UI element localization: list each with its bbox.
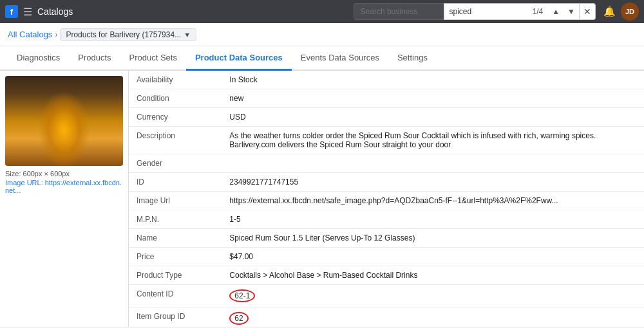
product-size: Size: 600px × 600px	[5, 170, 123, 178]
tab-events-data-sources[interactable]: Events Data Sources	[292, 46, 388, 71]
field-value: new	[222, 89, 644, 108]
product-image-url[interactable]: Image URL: https://external.xx.fbcdn.net…	[5, 179, 123, 194]
field-label: Description	[129, 127, 222, 154]
field-label: Condition	[129, 89, 222, 108]
tab-product-sets[interactable]: Product Sets	[120, 46, 186, 71]
field-label: Content ID	[129, 285, 222, 307]
table-row: Gender	[129, 154, 644, 173]
breadcrumb-current[interactable]: Products for Barlivery (1757934... ▼	[60, 28, 196, 41]
table-row: DescriptionAs the weather turns colder o…	[129, 127, 644, 154]
top-bar: f ☰ Catalogs 1/4 ▲ ▼ ✕ 🔔 JD	[0, 0, 644, 23]
search-next-button[interactable]: ▼	[564, 4, 579, 19]
drink-image	[5, 76, 123, 166]
top-bar-left: f ☰ Catalogs	[5, 5, 354, 18]
table-row: Price$47.00	[129, 248, 644, 266]
field-value: 62-1	[222, 285, 644, 307]
tab-product-data-sources[interactable]: Product Data Sources	[186, 46, 292, 71]
breadcrumb-dropdown-button[interactable]: ▼	[184, 31, 191, 39]
main-content: Size: 600px × 600px Image URL: https://e…	[0, 71, 644, 327]
field-label: Price	[129, 248, 222, 266]
left-panel: Size: 600px × 600px Image URL: https://e…	[0, 71, 129, 327]
field-label: Currency	[129, 108, 222, 127]
table-row: CurrencyUSD	[129, 108, 644, 127]
facebook-icon: f	[5, 5, 18, 18]
search-business-input[interactable]	[354, 3, 444, 20]
table-row: Content ID62-1	[129, 285, 644, 307]
table-row: ID2349921771747155	[129, 173, 644, 192]
field-label: Gender	[129, 154, 222, 173]
product-image	[5, 76, 123, 166]
search-count: 1/4	[527, 3, 549, 20]
field-label: Name	[129, 229, 222, 248]
tab-bar: Diagnostics Products Product Sets Produc…	[0, 46, 644, 71]
field-value: Spiced Rum Sour 1.5 Liter (Serves Up-To …	[222, 229, 644, 248]
all-catalogs-link[interactable]: All Catalogs	[8, 30, 52, 39]
field-value: As the weather turns colder order the Sp…	[222, 127, 644, 154]
field-value: Cocktails > Alcohol Base > Rum-Based Coc…	[222, 266, 644, 285]
field-value: 62	[222, 307, 644, 327]
app-title: Catalogs	[37, 6, 73, 17]
product-data-table: AvailabilityIn StockConditionnewCurrency…	[129, 71, 644, 327]
avatar: JD	[621, 3, 639, 21]
field-label: Image Url	[129, 192, 222, 210]
search-nav: ▲ ▼	[548, 3, 580, 20]
tab-settings[interactable]: Settings	[388, 46, 437, 71]
search-area: 1/4 ▲ ▼ ✕	[354, 3, 596, 20]
field-value	[222, 154, 644, 173]
highlight-badge: 62-1	[229, 289, 255, 302]
field-label: Product Type	[129, 266, 222, 285]
table-row: Product TypeCocktails > Alcohol Base > R…	[129, 266, 644, 285]
field-label: M.P.N.	[129, 210, 222, 229]
breadcrumb-bar: All Catalogs › Products for Barlivery (1…	[0, 23, 644, 46]
search-query-input[interactable]	[444, 3, 527, 20]
field-value: 1-5	[222, 210, 644, 229]
field-value: 2349921771747155	[222, 173, 644, 192]
highlight-badge: 62	[229, 312, 248, 325]
field-value: $47.00	[222, 248, 644, 266]
tab-products[interactable]: Products	[69, 46, 120, 71]
table-row: M.P.N.1-5	[129, 210, 644, 229]
table-row: AvailabilityIn Stock	[129, 71, 644, 89]
search-close-button[interactable]: ✕	[580, 3, 596, 20]
table-row: Conditionnew	[129, 89, 644, 108]
field-label: ID	[129, 173, 222, 192]
table-row: NameSpiced Rum Sour 1.5 Liter (Serves Up…	[129, 229, 644, 248]
hamburger-icon[interactable]: ☰	[23, 6, 32, 18]
breadcrumb-separator: ›	[55, 30, 57, 39]
field-value: https://external.xx.fbcdn.net/safe_image…	[222, 192, 644, 210]
table-row: Image Urlhttps://external.xx.fbcdn.net/s…	[129, 192, 644, 210]
table-row: Item Group ID62	[129, 307, 644, 327]
right-panel[interactable]: AvailabilityIn StockConditionnewCurrency…	[129, 71, 644, 327]
top-bar-right: 🔔 JD	[596, 3, 639, 21]
notification-icon[interactable]: 🔔	[603, 6, 616, 17]
field-label: Item Group ID	[129, 307, 222, 327]
tab-diagnostics[interactable]: Diagnostics	[8, 46, 69, 71]
field-label: Availability	[129, 71, 222, 89]
search-prev-button[interactable]: ▲	[548, 4, 564, 19]
field-value: USD	[222, 108, 644, 127]
field-value: In Stock	[222, 71, 644, 89]
